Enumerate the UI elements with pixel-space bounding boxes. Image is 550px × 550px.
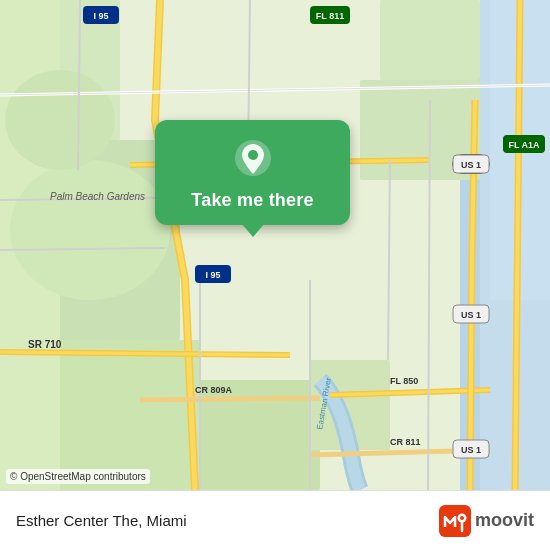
location-label: Esther Center The, Miami: [16, 512, 187, 529]
svg-rect-6: [380, 0, 480, 80]
svg-text:CR 809A: CR 809A: [195, 385, 233, 395]
take-me-there-button[interactable]: Take me there: [191, 190, 313, 211]
svg-text:FL 850: FL 850: [390, 376, 418, 386]
map-attribution: © OpenStreetMap contributors: [6, 469, 150, 484]
location-popup: Take me there: [155, 120, 350, 225]
svg-text:FL A1A: FL A1A: [508, 140, 540, 150]
svg-text:US 1: US 1: [461, 160, 481, 170]
map-container: I 95 FL 811 FL A1A US 1 US 1 US 1 I 95 S…: [0, 0, 550, 490]
bottom-bar: Esther Center The, Miami moovit: [0, 490, 550, 550]
svg-text:US 1: US 1: [461, 310, 481, 320]
svg-point-55: [248, 150, 258, 160]
svg-text:SR 710: SR 710: [28, 339, 62, 350]
svg-point-13: [5, 70, 115, 170]
svg-point-58: [460, 516, 464, 520]
svg-text:CR 811: CR 811: [390, 437, 421, 447]
svg-point-12: [10, 160, 170, 300]
location-pin-icon: [231, 136, 275, 180]
moovit-brand-text: moovit: [475, 510, 534, 531]
svg-text:Palm Beach Gardens: Palm Beach Gardens: [50, 191, 145, 202]
svg-line-20: [140, 398, 320, 400]
svg-text:FL 811: FL 811: [316, 11, 344, 21]
svg-text:I 95: I 95: [93, 11, 108, 21]
moovit-logo-icon: [439, 505, 471, 537]
svg-text:US 1: US 1: [461, 445, 481, 455]
moovit-logo: moovit: [439, 505, 534, 537]
svg-text:I 95: I 95: [205, 270, 220, 280]
